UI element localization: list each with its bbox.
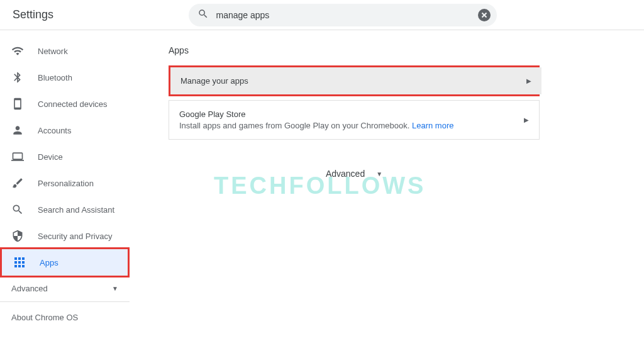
header: Settings xyxy=(0,0,644,30)
section-title: Apps xyxy=(169,45,644,55)
sidebar-label: Device xyxy=(38,152,63,162)
chevron-right-icon: ▶ xyxy=(526,77,531,84)
sidebar-about[interactable]: About Chrome OS xyxy=(0,302,130,332)
clear-search-icon[interactable] xyxy=(478,9,491,21)
laptop-icon xyxy=(11,150,24,163)
sidebar-label: Network xyxy=(38,47,68,56)
sidebar-label: Connected devices xyxy=(38,99,108,109)
chevron-right-icon: ▶ xyxy=(524,116,529,123)
learn-more-link[interactable]: Learn more xyxy=(412,121,453,130)
search-icon xyxy=(11,203,24,216)
wifi-icon xyxy=(11,45,24,57)
advanced-label: Advanced xyxy=(326,169,365,179)
manage-apps-highlight: Manage your apps ▶ xyxy=(169,65,540,96)
sidebar-item-accounts[interactable]: Accounts xyxy=(0,117,130,143)
caret-down-icon: ▼ xyxy=(376,171,382,177)
apps-highlight: Apps xyxy=(0,247,130,277)
sidebar-label: Search and Assistant xyxy=(38,205,114,215)
sidebar-item-security[interactable]: Security and Privacy xyxy=(0,223,130,249)
sidebar-item-device[interactable]: Device xyxy=(0,143,130,170)
brush-icon xyxy=(11,177,24,189)
sidebar: Network Bluetooth Connected devices Acco… xyxy=(0,30,130,353)
advanced-label: Advanced xyxy=(11,284,48,293)
sidebar-label: Accounts xyxy=(38,126,71,135)
devices-icon xyxy=(11,98,24,110)
sidebar-item-personalization[interactable]: Personalization xyxy=(0,170,130,196)
advanced-main-toggle[interactable]: Advanced ▼ xyxy=(169,169,540,179)
sidebar-item-bluetooth[interactable]: Bluetooth xyxy=(0,64,130,91)
sidebar-label: Bluetooth xyxy=(38,73,72,82)
search-input[interactable] xyxy=(216,10,472,20)
play-store-sub: Install apps and games from Google Play … xyxy=(179,121,453,130)
caret-down-icon: ▼ xyxy=(112,285,118,292)
about-label: About Chrome OS xyxy=(11,313,78,322)
main-content: Apps Manage your apps ▶ Google Play Stor… xyxy=(130,30,644,353)
sidebar-advanced[interactable]: Advanced ▼ xyxy=(0,276,130,302)
sidebar-label: Apps xyxy=(40,258,58,267)
play-store-row[interactable]: Google Play Store Install apps and games… xyxy=(169,100,540,140)
sidebar-item-network[interactable]: Network xyxy=(0,38,130,64)
manage-apps-label: Manage your apps xyxy=(180,76,248,86)
person-icon xyxy=(11,124,24,137)
shield-icon xyxy=(11,230,24,242)
bluetooth-icon xyxy=(11,71,24,84)
search-icon xyxy=(197,8,209,22)
apps-icon xyxy=(13,256,26,269)
sidebar-item-connected-devices[interactable]: Connected devices xyxy=(0,91,130,117)
sidebar-item-apps[interactable]: Apps xyxy=(2,249,128,276)
play-store-text-group: Google Play Store Install apps and games… xyxy=(179,109,453,130)
sidebar-item-search-assistant[interactable]: Search and Assistant xyxy=(0,196,130,223)
search-box[interactable] xyxy=(189,4,497,26)
body: Network Bluetooth Connected devices Acco… xyxy=(0,30,644,353)
sidebar-label: Security and Privacy xyxy=(38,232,113,241)
page-title: Settings xyxy=(13,8,53,21)
search-container xyxy=(53,4,631,26)
sidebar-label: Personalization xyxy=(38,179,94,188)
play-store-title: Google Play Store xyxy=(179,109,453,119)
manage-apps-row[interactable]: Manage your apps ▶ xyxy=(170,67,541,94)
